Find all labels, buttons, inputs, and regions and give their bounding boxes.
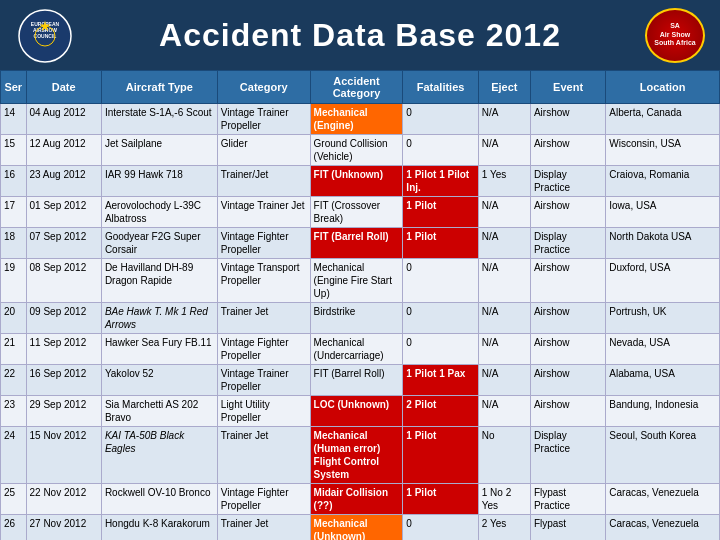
cell-eject: N/A — [478, 303, 530, 334]
cell-category: Light Utility Propeller — [217, 396, 310, 427]
cell-event: Flypast — [530, 515, 605, 541]
cell-date: 01 Sep 2012 — [26, 197, 101, 228]
cell-event: Display Practice — [530, 166, 605, 197]
table-row: 2627 Nov 2012Hongdu K-8 KarakorumTrainer… — [1, 515, 720, 541]
cell-eject: 1 Yes — [478, 166, 530, 197]
cell-date: 12 Aug 2012 — [26, 135, 101, 166]
cell-ser: 24 — [1, 427, 27, 484]
cell-event: Airshow — [530, 135, 605, 166]
cell-aircraft: Goodyear F2G Super Corsair — [101, 228, 217, 259]
cell-eject: No — [478, 427, 530, 484]
cell-location: Alabama, USA — [606, 365, 720, 396]
cell-accident: FIT (Barrel Roll) — [310, 228, 403, 259]
cell-category: Vintage Fighter Propeller — [217, 484, 310, 515]
cell-aircraft: Jet Sailplane — [101, 135, 217, 166]
cell-fatalities: 1 Pilot — [403, 484, 478, 515]
cell-location: Bandung, Indonesia — [606, 396, 720, 427]
cell-aircraft: Rockwell OV-10 Bronco — [101, 484, 217, 515]
cell-location: Portrush, UK — [606, 303, 720, 334]
cell-location: Craiova, Romania — [606, 166, 720, 197]
col-header-eject: Eject — [478, 71, 530, 104]
cell-event: Airshow — [530, 396, 605, 427]
cell-aircraft: Aerovolochody L-39C Albatross — [101, 197, 217, 228]
cell-event: Airshow — [530, 303, 605, 334]
cell-location: Duxford, USA — [606, 259, 720, 303]
cell-eject: N/A — [478, 396, 530, 427]
cell-aircraft: KAI TA-50B Black Eagles — [101, 427, 217, 484]
cell-event: Display Practice — [530, 228, 605, 259]
cell-eject: 1 No 2 Yes — [478, 484, 530, 515]
cell-date: 07 Sep 2012 — [26, 228, 101, 259]
col-header-event: Event — [530, 71, 605, 104]
table-row: 2329 Sep 2012Sia Marchetti AS 202 BravoL… — [1, 396, 720, 427]
cell-location: Wisconsin, USA — [606, 135, 720, 166]
cell-event: Airshow — [530, 259, 605, 303]
cell-location: Nevada, USA — [606, 334, 720, 365]
cell-date: 11 Sep 2012 — [26, 334, 101, 365]
cell-category: Vintage Fighter Propeller — [217, 334, 310, 365]
cell-fatalities: 0 — [403, 259, 478, 303]
col-header-ser: Ser — [1, 71, 27, 104]
cell-event: Flypast Practice — [530, 484, 605, 515]
cell-eject: N/A — [478, 104, 530, 135]
cell-fatalities: 1 Pilot — [403, 228, 478, 259]
table-row: 2415 Nov 2012KAI TA-50B Black EaglesTrai… — [1, 427, 720, 484]
cell-accident: Mechanical (Human error) Flight Control … — [310, 427, 403, 484]
cell-ser: 21 — [1, 334, 27, 365]
cell-date: 23 Aug 2012 — [26, 166, 101, 197]
eac-logo: EUROPEAN AIRSHOW COUNCIL — [10, 5, 80, 65]
cell-event: Airshow — [530, 197, 605, 228]
cell-aircraft: Hongdu K-8 Karakorum — [101, 515, 217, 541]
cell-location: Alberta, Canada — [606, 104, 720, 135]
cell-location: Caracas, Venezuela — [606, 484, 720, 515]
cell-accident: FIT (Unknown) — [310, 166, 403, 197]
cell-accident: Birdstrike — [310, 303, 403, 334]
cell-aircraft: Interstate S-1A,-6 Scout — [101, 104, 217, 135]
cell-aircraft: Hawker Sea Fury FB.11 — [101, 334, 217, 365]
cell-fatalities: 0 — [403, 334, 478, 365]
page-title: Accident Data Base 2012 — [80, 17, 640, 54]
sa-airshow-logo: SAAir ShowSouth Africa — [640, 5, 710, 65]
cell-category: Trainer Jet — [217, 427, 310, 484]
cell-accident: Midair Collision (??) — [310, 484, 403, 515]
cell-ser: 17 — [1, 197, 27, 228]
cell-aircraft: BAe Hawk T. Mk 1 Red Arrows — [101, 303, 217, 334]
table-row: 1807 Sep 2012Goodyear F2G Super CorsairV… — [1, 228, 720, 259]
cell-fatalities: 0 — [403, 135, 478, 166]
cell-ser: 22 — [1, 365, 27, 396]
table-header-row: Ser Date Aircraft Type Category Accident… — [1, 71, 720, 104]
cell-fatalities: 1 Pilot 1 Pax — [403, 365, 478, 396]
cell-category: Vintage Trainer Jet — [217, 197, 310, 228]
cell-ser: 23 — [1, 396, 27, 427]
cell-event: Display Practice — [530, 427, 605, 484]
col-header-aircraft: Aircraft Type — [101, 71, 217, 104]
col-header-accident: Accident Category — [310, 71, 403, 104]
cell-category: Vintage Trainer Propeller — [217, 365, 310, 396]
cell-fatalities: 0 — [403, 104, 478, 135]
table-row: 1512 Aug 2012Jet SailplaneGliderGround C… — [1, 135, 720, 166]
cell-date: 22 Nov 2012 — [26, 484, 101, 515]
cell-accident: FIT (Crossover Break) — [310, 197, 403, 228]
table-row: 1701 Sep 2012Aerovolochody L-39C Albatro… — [1, 197, 720, 228]
cell-eject: N/A — [478, 259, 530, 303]
cell-aircraft: IAR 99 Hawk 718 — [101, 166, 217, 197]
cell-aircraft: De Havilland DH-89 Dragon Rapide — [101, 259, 217, 303]
cell-date: 27 Nov 2012 — [26, 515, 101, 541]
cell-event: Airshow — [530, 365, 605, 396]
cell-eject: N/A — [478, 228, 530, 259]
cell-ser: 26 — [1, 515, 27, 541]
cell-category: Vintage Fighter Propeller — [217, 228, 310, 259]
cell-accident: FIT (Barrel Roll) — [310, 365, 403, 396]
data-table-container: Ser Date Aircraft Type Category Accident… — [0, 70, 720, 540]
table-row: 2111 Sep 2012Hawker Sea Fury FB.11Vintag… — [1, 334, 720, 365]
cell-location: Seoul, South Korea — [606, 427, 720, 484]
cell-aircraft: Sia Marchetti AS 202 Bravo — [101, 396, 217, 427]
cell-eject: 2 Yes — [478, 515, 530, 541]
cell-accident: Mechanical (Unknown) — [310, 515, 403, 541]
cell-ser: 18 — [1, 228, 27, 259]
cell-date: 04 Aug 2012 — [26, 104, 101, 135]
cell-fatalities: 1 Pilot — [403, 427, 478, 484]
svg-text:COUNCIL: COUNCIL — [34, 33, 57, 39]
cell-accident: Ground Collision (Vehicle) — [310, 135, 403, 166]
cell-date: 16 Sep 2012 — [26, 365, 101, 396]
